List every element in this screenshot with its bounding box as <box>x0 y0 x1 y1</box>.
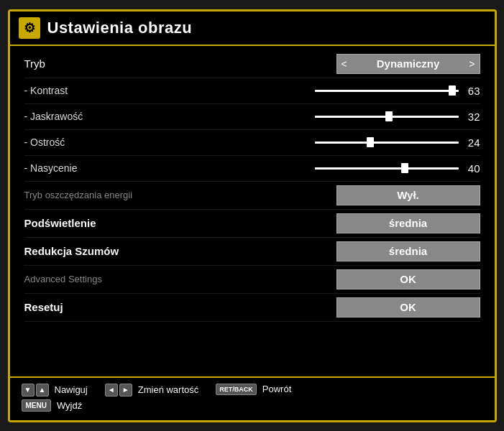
slider-value-ostrosz: 24 <box>464 136 480 149</box>
selector-value-tryb: Dynamiczny <box>347 57 469 70</box>
selector-tryb[interactable]: <Dynamiczny> <box>336 54 480 74</box>
button-tryb-oszczedzania[interactable]: Wył. <box>336 185 480 205</box>
label-podswietlenie: Podświetlenie <box>24 217 96 229</box>
slider-fill-nasycenie <box>315 167 403 170</box>
slider-thumb-ostrosz[interactable] <box>367 137 374 147</box>
label-redukcja-szumow: Redukcja Szumów <box>24 245 119 257</box>
slider-track-ostrosz[interactable] <box>315 142 459 144</box>
slider-thumb-kontrast[interactable] <box>449 85 456 96</box>
slider-value-kontrast: 63 <box>464 85 480 97</box>
content: Tryb<Dynamiczny>- Kontrast63- Jaskrawość… <box>10 46 495 376</box>
menu-row-kontrast: - Kontrast63 <box>24 78 480 104</box>
menu-row-jaskrawosc: - Jaskrawość32 <box>24 104 480 130</box>
slider-fill-ostrosz <box>315 142 368 144</box>
label-nasycenie: - Nasycenie <box>24 162 78 174</box>
label-kontrast: - Kontrast <box>24 85 68 96</box>
nav-keys-ud: ▼ ▲ <box>22 384 49 397</box>
control-nasycenie: 40 <box>308 162 480 175</box>
slider-value-jaskrawosc: 32 <box>464 111 480 123</box>
slider-container-nasycenie: 40 <box>315 162 480 175</box>
slider-container-ostrosz: 24 <box>315 136 480 149</box>
menu-row-resetuj: ResetujOK <box>24 294 480 322</box>
selector-right-tryb[interactable]: > <box>469 58 475 70</box>
up-key[interactable]: ▲ <box>36 384 49 397</box>
slider-fill-jaskrawosc <box>315 116 387 118</box>
slider-thumb-nasycenie[interactable] <box>401 163 408 173</box>
label-advanced-settings: Advanced Settings <box>24 274 102 284</box>
nav-keys-lr: ◄ ► <box>105 384 132 397</box>
left-key[interactable]: ◄ <box>105 384 118 397</box>
powrot-label: Powrót <box>262 384 291 394</box>
footer-value-group: ◄ ► Zmień wartość <box>105 384 199 397</box>
menu-row-tryb: Tryb<Dynamiczny> <box>24 50 480 78</box>
label-tryb: Tryb <box>24 57 45 70</box>
ret-back-key[interactable]: RET/BACK <box>216 384 257 395</box>
tv-frame: ⚙ Ustawienia obrazu Tryb<Dynamiczny>- Ko… <box>8 9 497 422</box>
menu-row-tryb-oszczedzania: Tryb oszczędzania energiiWył. <box>24 182 480 210</box>
button-advanced-settings[interactable]: OK <box>336 269 480 289</box>
menu-key[interactable]: MENU <box>22 399 51 412</box>
header: ⚙ Ustawienia obrazu <box>10 11 495 46</box>
header-icon: ⚙ <box>19 17 40 39</box>
footer: ▼ ▲ Nawiguj ◄ ► Zmień wartość RET/BACK P… <box>10 376 495 420</box>
slider-value-nasycenie: 40 <box>464 162 480 175</box>
selector-left-tryb[interactable]: < <box>342 58 347 70</box>
menu-row-nasycenie: - Nasycenie40 <box>24 156 480 182</box>
button-podswietlenie[interactable]: średnia <box>336 213 480 233</box>
menu-row-advanced-settings: Advanced SettingsOK <box>24 266 480 294</box>
down-key[interactable]: ▼ <box>22 384 35 397</box>
slider-thumb-jaskrawosc[interactable] <box>385 111 393 121</box>
slider-track-nasycenie[interactable] <box>315 167 459 170</box>
label-resetuj: Resetuj <box>24 301 63 313</box>
label-ostrosz: - Ostrość <box>24 136 65 148</box>
menu-action-label: Wyjdź <box>57 400 82 411</box>
menu-row-podswietlenie: Podświetlenieśrednia <box>24 210 480 238</box>
menu-row-ostrosz: - Ostrość24 <box>24 130 480 156</box>
control-advanced-settings: OK <box>308 269 480 289</box>
footer-back-group: RET/BACK Powrót <box>216 384 291 395</box>
nawiguj-label: Nawiguj <box>55 384 88 395</box>
label-tryb-oszczedzania: Tryb oszczędzania energii <box>24 190 133 200</box>
control-jaskrawosc: 32 <box>308 111 480 123</box>
menu-row-redukcja-szumow: Redukcja Szumówśrednia <box>24 238 480 266</box>
control-redukcja-szumow: średnia <box>308 241 480 261</box>
footer-navigate-group: ▼ ▲ Nawiguj <box>22 384 88 397</box>
header-title: Ustawienia obrazu <box>47 19 193 37</box>
zmien-wartosc-label: Zmień wartość <box>138 384 199 395</box>
slider-container-jaskrawosc: 32 <box>315 111 480 123</box>
control-tryb-oszczedzania: Wył. <box>308 185 480 205</box>
control-tryb: <Dynamiczny> <box>308 54 480 74</box>
button-redukcja-szumow[interactable]: średnia <box>336 241 480 261</box>
footer-menu-group: MENU Wyjdź <box>22 399 466 412</box>
slider-container-kontrast: 63 <box>315 85 480 97</box>
slider-track-jaskrawosc[interactable] <box>315 116 459 118</box>
control-resetuj: OK <box>308 297 480 318</box>
slider-track-kontrast[interactable] <box>315 90 459 92</box>
label-jaskrawosc: - Jaskrawość <box>24 111 83 122</box>
control-kontrast: 63 <box>308 85 480 97</box>
control-ostrosz: 24 <box>308 136 480 149</box>
slider-fill-kontrast <box>315 90 452 92</box>
control-podswietlenie: średnia <box>308 213 480 233</box>
right-key[interactable]: ► <box>119 384 132 397</box>
button-resetuj[interactable]: OK <box>336 297 480 318</box>
